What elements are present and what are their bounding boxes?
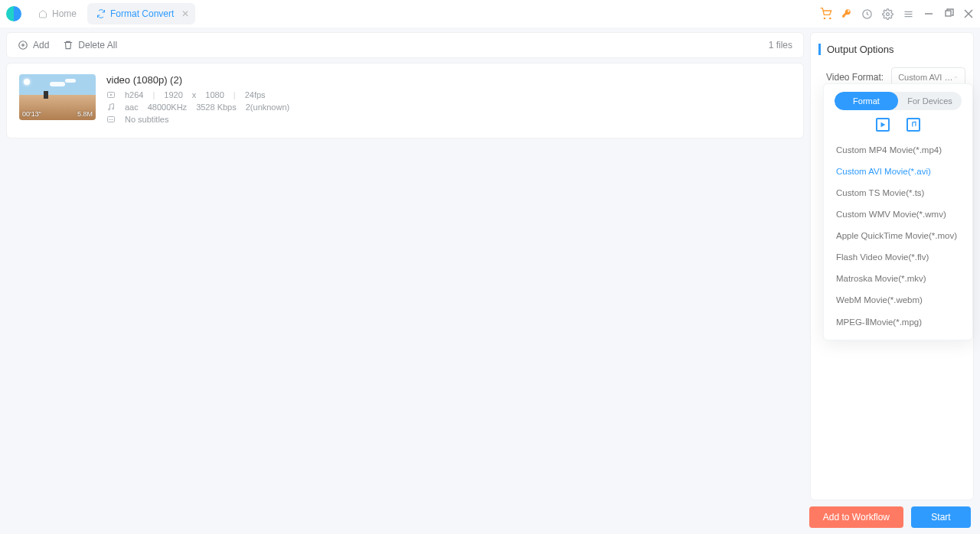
output-title: Output Options xyxy=(818,44,965,55)
file-size: 5.8M xyxy=(77,110,93,118)
tab-group: Home Format Convert ✕ xyxy=(29,3,195,24)
start-button[interactable]: Start xyxy=(911,506,971,528)
format-option[interactable]: Custom AVI Movie(*.avi) xyxy=(824,161,972,182)
file-title: video (1080p) (2) xyxy=(106,74,791,86)
key-icon[interactable] xyxy=(841,8,852,19)
output-panel: Output Options Video Format: Custom AVI … xyxy=(810,32,974,500)
file-duration: 00'13" xyxy=(22,110,41,118)
audio-rate: 48000KHz xyxy=(148,103,187,112)
video-codec: h264 xyxy=(125,90,143,99)
format-option[interactable]: Custom TS Movie(*.ts) xyxy=(824,182,972,204)
svg-marker-15 xyxy=(110,94,113,96)
subtitle-text: No subtitles xyxy=(125,115,168,124)
tab-home-label: Home xyxy=(52,8,77,19)
audio-channels: 2(unknown) xyxy=(246,103,289,112)
cart-icon[interactable] xyxy=(820,8,832,20)
format-option[interactable]: Custom WMV Movie(*.wmv) xyxy=(824,204,972,225)
toggle-devices[interactable]: For Devices xyxy=(898,92,962,110)
add-button[interactable]: Add xyxy=(18,40,49,50)
format-toggle-group: Format For Devices xyxy=(835,92,962,110)
video-type-icon[interactable] xyxy=(876,118,890,132)
video-format-label: Video Format: xyxy=(826,72,884,83)
file-info: video (1080p) (2) h264 | 1920 x 1080 | 2… xyxy=(106,74,791,127)
audio-type-icon[interactable] xyxy=(906,118,920,132)
subtitle-icon xyxy=(106,115,116,124)
toggle-format[interactable]: Format xyxy=(835,92,898,110)
format-dropdown: Format For Devices Custom MP4 Movie(*.mp… xyxy=(823,83,973,340)
file-card[interactable]: 00'13" 5.8M video (1080p) (2) h264 | 192… xyxy=(6,63,804,138)
audio-icon xyxy=(106,103,116,112)
chevron-up-icon xyxy=(953,73,959,81)
add-label: Add xyxy=(33,40,49,50)
svg-point-1 xyxy=(830,18,831,18)
audio-codec: aac xyxy=(125,103,139,112)
svg-rect-8 xyxy=(946,11,951,16)
format-option[interactable]: Custom MP4 Movie(*.mp4) xyxy=(824,139,972,161)
file-count: 1 files xyxy=(769,40,792,50)
format-option[interactable]: Apple QuickTime Movie(*.mov) xyxy=(824,225,972,246)
close-tab-icon[interactable]: ✕ xyxy=(181,8,189,19)
svg-point-16 xyxy=(109,109,110,110)
video-icon xyxy=(106,90,116,99)
svg-rect-18 xyxy=(108,117,115,122)
tab-format-convert[interactable]: Format Convert ✕ xyxy=(87,3,195,24)
video-fps: 24fps xyxy=(245,90,266,99)
video-width: 1920 xyxy=(164,90,182,99)
plus-circle-icon xyxy=(18,40,28,50)
gear-icon[interactable] xyxy=(882,8,893,20)
format-option[interactable]: WebM Movie(*.webm) xyxy=(824,289,972,311)
format-option-list: Custom MP4 Movie(*.mp4) Custom AVI Movie… xyxy=(824,139,972,334)
titlebar-right xyxy=(820,8,974,20)
svg-point-3 xyxy=(887,12,890,15)
format-option[interactable]: Flash Video Movie(*.flv) xyxy=(824,246,972,268)
video-format-value: Custom AVI Movie(*.... xyxy=(898,73,953,82)
clock-icon[interactable] xyxy=(861,8,873,20)
svg-point-17 xyxy=(113,108,114,109)
toolbar: Add Delete All 1 files xyxy=(6,32,804,58)
delete-all-button[interactable]: Delete All xyxy=(63,40,117,50)
video-x: x xyxy=(192,90,197,99)
format-option[interactable]: MPEG-ⅡMovie(*.mpg) xyxy=(824,311,972,334)
add-to-workflow-button[interactable]: Add to Workflow xyxy=(809,506,903,528)
audio-bitrate: 3528 Kbps xyxy=(196,103,237,112)
menu-icon[interactable] xyxy=(903,8,914,20)
left-panel: Add Delete All 1 files 00'13" 5.8M video… xyxy=(6,32,804,500)
minimize-button[interactable] xyxy=(923,8,934,19)
bottom-bar: Add to Workflow Start xyxy=(0,500,980,534)
app-logo xyxy=(6,6,21,21)
delete-all-label: Delete All xyxy=(78,40,117,50)
trash-icon xyxy=(63,40,74,50)
close-button[interactable] xyxy=(963,8,974,19)
tab-active-label: Format Convert xyxy=(110,8,174,19)
titlebar: Home Format Convert ✕ xyxy=(0,0,980,28)
video-height: 1080 xyxy=(205,90,224,99)
file-thumbnail: 00'13" 5.8M xyxy=(19,74,96,120)
svg-marker-21 xyxy=(881,122,886,128)
tab-home[interactable]: Home xyxy=(29,3,86,24)
svg-point-0 xyxy=(824,18,825,18)
refresh-icon xyxy=(96,9,106,18)
format-option[interactable]: Matroska Movie(*.mkv) xyxy=(824,268,972,289)
maximize-button[interactable] xyxy=(943,8,954,19)
home-icon xyxy=(38,9,47,18)
